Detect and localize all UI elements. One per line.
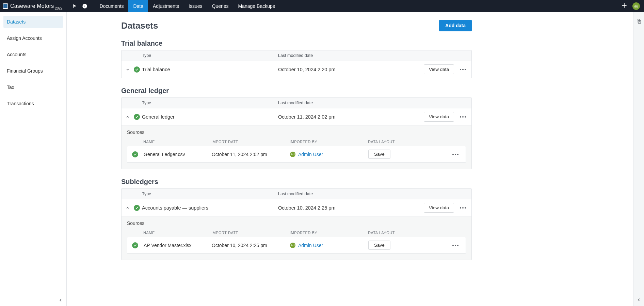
chevron-up-icon[interactable] bbox=[125, 114, 130, 120]
tab-manage-backups[interactable]: Manage Backups bbox=[234, 0, 280, 12]
tab-issues[interactable]: Issues bbox=[184, 0, 207, 12]
brand-logo-icon bbox=[3, 3, 8, 9]
dataset-date: October 11, 2024 2:02 pm bbox=[278, 114, 424, 120]
sources-panel: Sources NAME IMPORT DATE IMPORTED BY DAT… bbox=[122, 216, 471, 260]
more-menu-icon[interactable] bbox=[450, 243, 461, 248]
source-imported-by[interactable]: AU Admin User bbox=[290, 152, 368, 157]
dataset-type: Accounts payable — suppliers bbox=[142, 205, 278, 211]
topbar: Caseware Motors 2022 i Documents Data Ad… bbox=[0, 0, 644, 12]
brand[interactable]: Caseware Motors 2022 bbox=[3, 3, 66, 9]
sources-heading: Sources bbox=[127, 220, 466, 226]
status-check-icon bbox=[132, 242, 138, 248]
user-avatar[interactable]: au bbox=[632, 2, 640, 10]
column-last-modified: Last modified date bbox=[278, 53, 403, 58]
flag-icon[interactable] bbox=[73, 4, 77, 9]
more-menu-icon[interactable] bbox=[454, 67, 471, 72]
sources-header: NAME IMPORT DATE IMPORTED BY DATA LAYOUT bbox=[127, 138, 466, 146]
column-name: NAME bbox=[143, 231, 211, 235]
column-last-modified: Last modified date bbox=[278, 101, 403, 105]
column-import-date: IMPORT DATE bbox=[211, 140, 290, 144]
chevron-up-icon[interactable] bbox=[125, 205, 130, 211]
column-import-date: IMPORT DATE bbox=[211, 231, 290, 235]
tab-data[interactable]: Data bbox=[128, 0, 148, 12]
add-data-button[interactable]: Add data bbox=[439, 20, 472, 31]
importer-name-link[interactable]: Admin User bbox=[298, 152, 323, 157]
section-title: Trial balance bbox=[121, 40, 472, 47]
status-check-icon bbox=[134, 66, 140, 73]
status-check-icon bbox=[134, 205, 140, 211]
dataset-date: October 10, 2024 2:25 pm bbox=[278, 205, 424, 211]
sidebar-collapse-button[interactable] bbox=[0, 294, 66, 306]
sources-header: NAME IMPORT DATE IMPORTED BY DATA LAYOUT bbox=[127, 229, 466, 237]
tab-adjustments[interactable]: Adjustments bbox=[148, 0, 184, 12]
sidebar-item-accounts[interactable]: Accounts bbox=[3, 48, 63, 61]
sidebar-item-transactions[interactable]: Transactions bbox=[3, 97, 63, 110]
rightbar bbox=[633, 12, 644, 306]
importer-avatar-icon: AU bbox=[290, 152, 295, 157]
chevron-down-icon[interactable] bbox=[125, 67, 130, 72]
column-data-layout: DATA LAYOUT bbox=[368, 140, 446, 144]
dataset-type: General ledger bbox=[142, 114, 278, 120]
page-title: Datasets bbox=[121, 20, 158, 31]
source-imported-by[interactable]: AU Admin User bbox=[290, 243, 368, 248]
section-trial-balance: Trial balance Type Last modified date bbox=[121, 40, 472, 78]
view-data-button[interactable]: View data bbox=[424, 64, 454, 74]
sidebar-item-assign-accounts[interactable]: Assign Accounts bbox=[3, 32, 63, 44]
info-icon[interactable]: i bbox=[82, 3, 87, 9]
copy-icon[interactable] bbox=[636, 18, 642, 25]
save-layout-button[interactable]: Save bbox=[368, 150, 390, 159]
importer-avatar-icon: AU bbox=[290, 243, 295, 248]
source-import-date: October 10, 2024 2:25 pm bbox=[212, 243, 290, 248]
status-check-icon bbox=[132, 151, 138, 157]
dataset-row: General ledger October 11, 2024 2:02 pm … bbox=[122, 108, 471, 125]
add-icon[interactable] bbox=[621, 2, 628, 10]
dataset-type: Trial balance bbox=[142, 67, 278, 72]
dataset-date: October 10, 2024 2:20 pm bbox=[278, 67, 424, 72]
source-row: AP Vendor Master.xlsx October 10, 2024 2… bbox=[127, 237, 466, 254]
more-menu-icon[interactable] bbox=[450, 152, 461, 157]
column-imported-by: IMPORTED BY bbox=[290, 140, 368, 144]
section-general-ledger: General ledger Type Last modified date bbox=[121, 87, 472, 169]
source-name: AP Vendor Master.xlsx bbox=[144, 243, 212, 248]
sources-panel: Sources NAME IMPORT DATE IMPORTED BY DAT… bbox=[122, 125, 471, 169]
column-data-layout: DATA LAYOUT bbox=[368, 231, 446, 235]
dataset-row: Trial balance October 10, 2024 2:20 pm V… bbox=[122, 61, 471, 78]
column-name: NAME bbox=[143, 140, 211, 144]
main-content: Datasets Add data Trial balance Type Las… bbox=[67, 12, 633, 306]
section-title: General ledger bbox=[121, 87, 472, 95]
more-menu-icon[interactable] bbox=[454, 205, 471, 211]
view-data-button[interactable]: View data bbox=[424, 203, 454, 213]
source-row: General Ledger.csv October 11, 2024 2:02… bbox=[127, 146, 466, 163]
sidebar-item-financial-groups[interactable]: Financial Groups bbox=[3, 65, 63, 77]
svg-text:i: i bbox=[84, 4, 85, 8]
source-name: General Ledger.csv bbox=[144, 152, 212, 157]
column-last-modified: Last modified date bbox=[278, 192, 403, 196]
importer-name-link[interactable]: Admin User bbox=[298, 243, 323, 248]
view-data-button[interactable]: View data bbox=[424, 112, 454, 122]
sidebar-item-tax[interactable]: Tax bbox=[3, 81, 63, 93]
brand-name: Caseware Motors bbox=[10, 3, 54, 9]
dataset-row: Accounts payable — suppliers October 10,… bbox=[122, 199, 471, 216]
brand-year: 2022 bbox=[55, 6, 62, 10]
rightbar-expand-button[interactable] bbox=[637, 297, 641, 303]
source-import-date: October 11, 2024 2:02 pm bbox=[212, 152, 290, 157]
status-check-icon bbox=[134, 114, 140, 120]
table-header: Type Last modified date bbox=[122, 189, 471, 199]
table-header: Type Last modified date bbox=[122, 98, 471, 108]
section-title: Subledgers bbox=[121, 178, 472, 186]
table-header: Type Last modified date bbox=[122, 50, 471, 61]
top-tabs: Documents Data Adjustments Issues Querie… bbox=[95, 0, 280, 12]
sidebar: Datasets Assign Accounts Accounts Financ… bbox=[0, 12, 67, 306]
column-type: Type bbox=[142, 101, 278, 105]
section-subledgers: Subledgers Type Last modified date bbox=[121, 178, 472, 260]
tab-queries[interactable]: Queries bbox=[207, 0, 234, 12]
column-type: Type bbox=[142, 192, 278, 196]
save-layout-button[interactable]: Save bbox=[368, 241, 390, 250]
sidebar-item-datasets[interactable]: Datasets bbox=[3, 16, 63, 28]
tab-documents[interactable]: Documents bbox=[95, 0, 129, 12]
sources-heading: Sources bbox=[127, 129, 466, 135]
more-menu-icon[interactable] bbox=[454, 114, 471, 120]
column-type: Type bbox=[142, 53, 278, 58]
column-imported-by: IMPORTED BY bbox=[290, 231, 368, 235]
